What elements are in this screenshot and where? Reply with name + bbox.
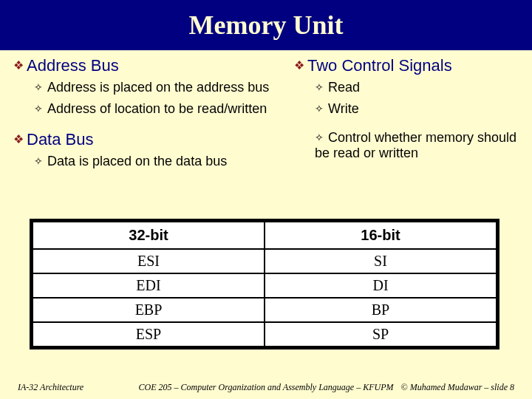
- sub-bullet: ✧Address is placed on the address bus: [34, 80, 294, 95]
- sub-bullet: ✧Read: [315, 80, 523, 95]
- open-diamond-icon: ✧: [315, 81, 324, 93]
- cell: EDI: [33, 273, 265, 298]
- sub-text: Write: [328, 101, 359, 116]
- footer: IA-32 Architecture COE 205 – Computer Or…: [0, 382, 532, 393]
- table-header-row: 32-bit 16-bit: [33, 222, 497, 249]
- table-row: EBP BP: [33, 298, 497, 322]
- cell: DI: [265, 273, 497, 298]
- cell: BP: [265, 298, 497, 322]
- open-diamond-icon: ✧: [34, 155, 43, 167]
- sub-text: Address of location to be read/written: [47, 101, 267, 116]
- sub-bullet: ✧Control whether memory should be read o…: [315, 130, 523, 161]
- footer-middle: COE 205 – Computer Organization and Asse…: [139, 382, 394, 393]
- cell: ESI: [33, 249, 265, 273]
- table-row: EDI DI: [33, 273, 497, 298]
- title-bar: Memory Unit: [0, 0, 532, 50]
- open-diamond-icon: ✧: [34, 103, 43, 115]
- sub-text: Address is placed on the address bus: [47, 80, 269, 95]
- footer-right: © Muhamed Mudawar – slide 8: [401, 382, 514, 393]
- cell: ESP: [33, 322, 265, 347]
- table-row: ESP SP: [33, 322, 497, 347]
- col-header-32bit: 32-bit: [33, 222, 265, 249]
- open-diamond-icon: ✧: [315, 132, 324, 143]
- register-table: 32-bit 16-bit ESI SI EDI DI EBP BP ESP S…: [30, 219, 499, 349]
- heading-text: Data Bus: [27, 130, 94, 149]
- bullet-address-bus: ❖Address Bus: [13, 56, 294, 75]
- sub-text: Control whether memory should be read or…: [315, 130, 516, 160]
- bullet-control-signals: ❖Two Control Signals: [294, 56, 523, 75]
- open-diamond-icon: ✧: [34, 81, 43, 93]
- left-column: ❖Address Bus ✧Address is placed on the a…: [13, 56, 294, 175]
- heading-text: Address Bus: [27, 56, 119, 75]
- sub-bullet: ✧Address of location to be read/written: [34, 101, 294, 117]
- heading-text: Two Control Signals: [307, 56, 452, 75]
- sub-bullet: ✧Write: [315, 101, 523, 117]
- table-row: ESI SI: [33, 249, 497, 273]
- bullet-data-bus: ❖Data Bus: [13, 130, 294, 149]
- footer-left: IA-32 Architecture: [18, 382, 83, 393]
- diamond-icon: ❖: [294, 58, 304, 72]
- sub-text: Read: [328, 80, 360, 95]
- right-column: ❖Two Control Signals ✧Read ✧Write ✧Contr…: [294, 56, 523, 167]
- slide-title: Memory Unit: [189, 10, 344, 41]
- sub-bullet: ✧Data is placed on the data bus: [34, 154, 294, 169]
- diamond-icon: ❖: [13, 132, 24, 146]
- diamond-icon: ❖: [13, 58, 24, 72]
- open-diamond-icon: ✧: [315, 103, 324, 115]
- cell: SP: [265, 322, 497, 347]
- cell: SI: [265, 249, 497, 273]
- col-header-16bit: 16-bit: [265, 222, 497, 249]
- cell: EBP: [33, 298, 265, 322]
- sub-text: Data is placed on the data bus: [47, 154, 227, 168]
- content-area: ❖Address Bus ✧Address is placed on the a…: [0, 50, 532, 56]
